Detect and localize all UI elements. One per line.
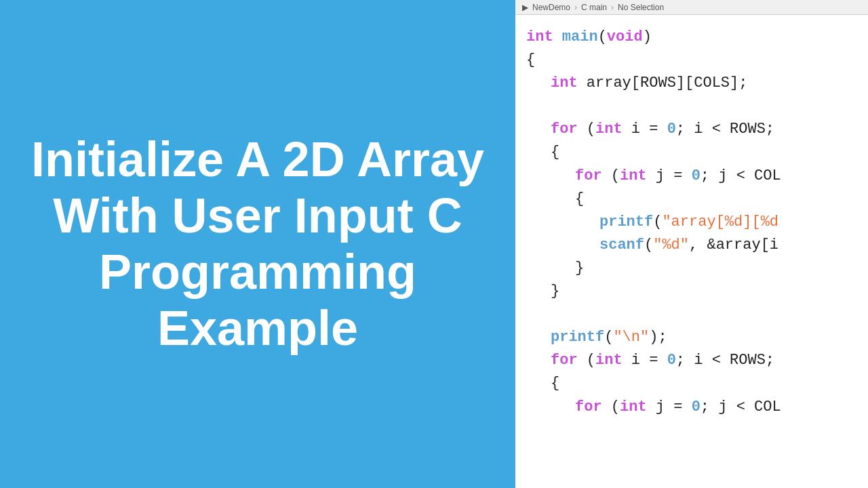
- code-line-7: for (int j = 0; j < COL: [526, 165, 868, 188]
- code-line-2: {: [526, 49, 868, 72]
- project-name: NewDemo: [532, 3, 570, 12]
- code-line-8: {: [526, 188, 868, 211]
- code-line-14: printf("\n");: [526, 326, 868, 349]
- editor-icon: ▶: [522, 3, 528, 12]
- right-panel: ▶ NewDemo › C main › No Selection int ma…: [515, 0, 868, 488]
- separator2: ›: [611, 3, 614, 12]
- code-line-3: int array[ROWS][COLS];: [526, 72, 868, 95]
- code-line-6: {: [526, 141, 868, 164]
- code-line-4: [526, 95, 868, 118]
- left-panel: Initialize A 2D Array With User Input C …: [0, 0, 515, 488]
- code-line-16: {: [526, 372, 868, 395]
- code-line-1: int main(void): [526, 26, 868, 49]
- code-line-9: printf("array[%d][%d: [526, 211, 868, 234]
- code-line-13: [526, 303, 868, 326]
- code-line-12: }: [526, 280, 868, 303]
- code-line-10: scanf("%d", &array[i: [526, 234, 868, 257]
- code-line-11: }: [526, 257, 868, 280]
- code-area: int main(void) { int array[ROWS][COLS]; …: [515, 15, 868, 488]
- code-line-15: for (int i = 0; i < ROWS;: [526, 349, 868, 372]
- selection-status: No Selection: [618, 3, 664, 12]
- code-line-17: for (int j = 0; j < COL: [526, 396, 868, 419]
- file-name: C main: [581, 3, 607, 12]
- separator1: ›: [574, 3, 577, 12]
- title-text: Initialize A 2D Array With User Input C …: [27, 131, 488, 356]
- code-line-5: for (int i = 0; i < ROWS;: [526, 118, 868, 141]
- editor-header: ▶ NewDemo › C main › No Selection: [515, 0, 868, 15]
